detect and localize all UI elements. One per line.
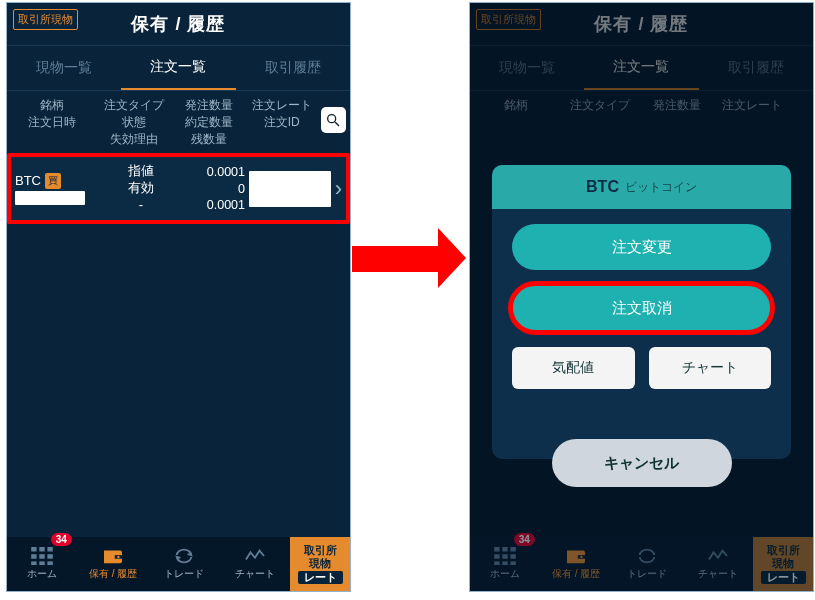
nav-home[interactable]: 34 ホーム xyxy=(470,537,541,591)
top-bar: 取引所現物 保有 / 履歴 xyxy=(7,3,350,45)
svg-rect-5 xyxy=(32,554,37,559)
tab-order-list[interactable]: 注文一覧 xyxy=(121,46,235,90)
order-symbol: BTC xyxy=(15,173,41,188)
side-badge: 買 xyxy=(45,173,61,189)
chevron-right-icon: › xyxy=(335,176,344,202)
close-sheet-button[interactable]: キャンセル xyxy=(552,439,732,487)
market-badge: 取引所現物 xyxy=(13,9,78,30)
chart-icon xyxy=(707,547,729,565)
notification-badge: 34 xyxy=(51,533,72,546)
svg-line-1 xyxy=(335,122,339,126)
nav-holdings-label: 保有 / 履歴 xyxy=(552,567,600,581)
svg-rect-4 xyxy=(48,547,53,552)
modify-order-button[interactable]: 注文変更 xyxy=(512,224,771,270)
nav-home-label: ホーム xyxy=(490,567,520,581)
qty-remain: 0.0001 xyxy=(183,197,245,213)
grid-icon xyxy=(494,547,516,565)
bottom-nav: 34 ホーム 保有 / 履歴 トレード チャート 取引所 現物 レート xyxy=(470,537,813,591)
thead-datetime: 注文日時 xyxy=(11,114,93,131)
order-row[interactable]: BTC 買 指値 有効 - 0.0001 0 0.0001 › xyxy=(7,153,350,224)
svg-rect-9 xyxy=(40,561,45,565)
masked-rate xyxy=(249,171,331,207)
notification-badge: 34 xyxy=(514,533,535,546)
svg-rect-19 xyxy=(495,561,500,565)
nav-rate-l1: 取引所 xyxy=(304,544,337,557)
order-action-sheet: BTC ビットコイン 注文変更 注文取消 気配値 チャート キャンセル xyxy=(492,165,791,459)
nav-chart-label: チャート xyxy=(235,567,275,581)
order-table-header: 銘柄 注文日時 注文タイプ 状態 失効理由 発注数量 約定数量 残数量 注文レー… xyxy=(7,91,350,153)
refresh-icon xyxy=(636,547,658,565)
grid-icon xyxy=(31,547,53,565)
quote-button[interactable]: 気配値 xyxy=(512,347,635,389)
search-button[interactable] xyxy=(321,107,346,133)
chart-button[interactable]: チャート xyxy=(649,347,772,389)
nav-holdings[interactable]: 保有 / 履歴 xyxy=(541,537,612,591)
tab-trade-history[interactable]: 取引履歴 xyxy=(236,46,350,90)
svg-rect-18 xyxy=(511,554,516,559)
sub-tabs: 現物一覧 注文一覧 取引履歴 xyxy=(7,45,350,91)
wallet-icon xyxy=(565,547,587,565)
svg-rect-3 xyxy=(40,547,45,552)
thead-qty-exec: 約定数量 xyxy=(175,114,243,131)
thead-qty-order: 発注数量 xyxy=(175,97,243,114)
nav-rate-l1: 取引所 xyxy=(767,544,800,557)
nav-trade[interactable]: トレード xyxy=(149,537,220,591)
svg-point-23 xyxy=(580,556,582,558)
svg-rect-17 xyxy=(503,554,508,559)
screen-order-list: 取引所現物 保有 / 履歴 現物一覧 注文一覧 取引履歴 銘柄 注文日時 注文タ… xyxy=(6,2,351,592)
thead-reason: 失効理由 xyxy=(93,131,175,148)
nav-home[interactable]: 34 ホーム xyxy=(7,537,78,591)
nav-holdings-label: 保有 / 履歴 xyxy=(89,567,137,581)
svg-rect-15 xyxy=(511,547,516,552)
nav-rate[interactable]: 取引所 現物 レート xyxy=(290,537,350,591)
nav-home-label: ホーム xyxy=(27,567,57,581)
page-title: 保有 / 履歴 xyxy=(131,12,225,36)
svg-point-12 xyxy=(117,556,119,558)
svg-rect-16 xyxy=(495,554,500,559)
svg-point-0 xyxy=(328,115,336,123)
thead-symbol: 銘柄 xyxy=(11,97,93,114)
order-type: 指値 xyxy=(99,163,183,180)
cancel-order-button[interactable]: 注文取消 xyxy=(512,285,771,331)
nav-rate-l3: レート xyxy=(761,571,806,584)
svg-rect-10 xyxy=(48,561,53,565)
nav-chart-label: チャート xyxy=(698,567,738,581)
nav-rate-l2: 現物 xyxy=(772,557,794,570)
svg-rect-2 xyxy=(32,547,37,552)
bottom-nav: 34 ホーム 保有 / 履歴 トレード チャート 取引所 現物 レート xyxy=(7,537,350,591)
svg-rect-14 xyxy=(503,547,508,552)
svg-rect-20 xyxy=(503,561,508,565)
qty-exec: 0 xyxy=(183,181,245,197)
nav-chart[interactable]: チャート xyxy=(682,537,753,591)
thead-state: 状態 xyxy=(93,114,175,131)
nav-rate-l2: 現物 xyxy=(309,557,331,570)
order-state: 有効 xyxy=(99,180,183,197)
nav-rate-l3: レート xyxy=(298,571,343,584)
nav-trade-label: トレード xyxy=(627,567,667,581)
nav-rate[interactable]: 取引所 現物 レート xyxy=(753,537,813,591)
qty-order: 0.0001 xyxy=(183,164,245,180)
screen-order-actions: 取引所現物 保有 / 履歴 現物一覧 注文一覧 取引履歴 銘柄 注文タイプ 発注… xyxy=(469,2,814,592)
tab-spot-list[interactable]: 現物一覧 xyxy=(7,46,121,90)
step-arrow xyxy=(352,228,462,288)
order-reason: - xyxy=(99,197,183,214)
svg-rect-21 xyxy=(511,561,516,565)
sheet-header: BTC ビットコイン xyxy=(492,165,791,209)
thead-qty-remain: 残数量 xyxy=(175,131,243,148)
nav-holdings[interactable]: 保有 / 履歴 xyxy=(78,537,149,591)
svg-rect-8 xyxy=(32,561,37,565)
chart-icon xyxy=(244,547,266,565)
nav-trade-label: トレード xyxy=(164,567,204,581)
sheet-symbol-jp: ビットコイン xyxy=(625,179,697,196)
svg-rect-7 xyxy=(48,554,53,559)
thead-order-id: 注文ID xyxy=(243,114,321,131)
wallet-icon xyxy=(102,547,124,565)
nav-trade[interactable]: トレード xyxy=(612,537,683,591)
thead-rate: 注文レート xyxy=(243,97,321,114)
svg-rect-6 xyxy=(40,554,45,559)
masked-datetime xyxy=(15,191,85,205)
svg-rect-13 xyxy=(495,547,500,552)
thead-order-type: 注文タイプ xyxy=(93,97,175,114)
sheet-symbol: BTC xyxy=(586,178,619,196)
nav-chart[interactable]: チャート xyxy=(219,537,290,591)
